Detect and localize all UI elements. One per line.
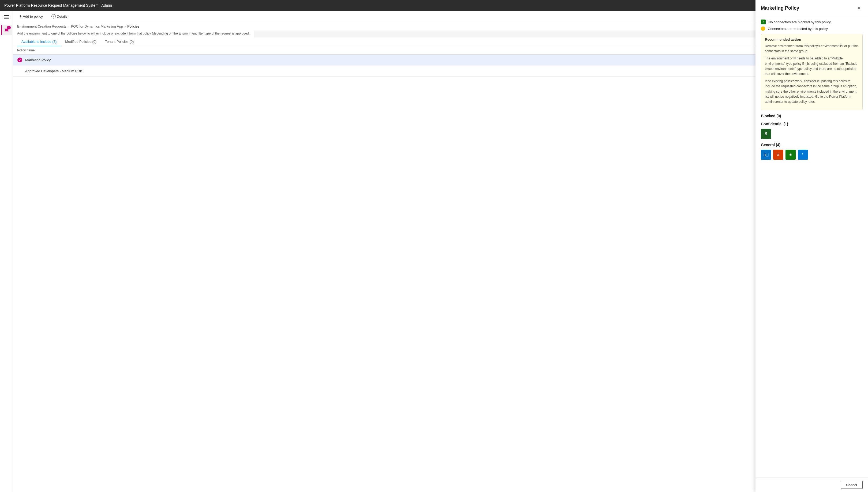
table-row[interactable]: Approved Developers - Medium Risk Multip… bbox=[13, 66, 868, 77]
svg-text:O: O bbox=[765, 154, 767, 156]
top-bar: Power Platform Resource Request Manageme… bbox=[0, 0, 868, 11]
toolbar: + Add to policy i Details bbox=[13, 11, 868, 22]
confidential-icons: $ bbox=[761, 129, 863, 139]
breadcrumb-item-2[interactable]: POC for Dynamics Marketing App bbox=[71, 24, 123, 28]
tabs-bar: Available to include (3) Modified Polici… bbox=[13, 38, 868, 46]
policy-table: Policy name Environment fil... Marketing… bbox=[13, 46, 868, 492]
col-header-name: Policy name bbox=[17, 48, 810, 52]
recommended-action-section: Recommended action Remove environment fr… bbox=[761, 34, 863, 110]
svg-text:*: * bbox=[802, 153, 803, 156]
tab-modified-label: Modified Policies (0) bbox=[65, 40, 96, 44]
panel-header: Marketing Policy × bbox=[755, 0, 868, 15]
tab-tenant-label: Tenant Policies (0) bbox=[105, 40, 134, 44]
app-title: Power Platform Resource Request Manageme… bbox=[4, 3, 112, 7]
status-row-2: Connectors are restricted by this policy… bbox=[761, 26, 863, 31]
add-to-policy-label: Add to policy bbox=[23, 15, 43, 19]
yellow-dot-icon bbox=[761, 26, 765, 31]
green-check-icon bbox=[761, 20, 766, 24]
office-connector-icon[interactable]: O bbox=[773, 150, 783, 160]
status-row-1: No connectors are blocked by this policy… bbox=[761, 20, 863, 24]
blocked-title: Blocked (0) bbox=[761, 114, 863, 118]
row-check-icon bbox=[17, 57, 23, 63]
panel-body: No connectors are blocked by this policy… bbox=[755, 15, 868, 477]
plus-icon: + bbox=[19, 14, 22, 19]
breadcrumb-sep-2: › bbox=[124, 24, 126, 28]
hamburger-menu[interactable] bbox=[2, 13, 11, 21]
cancel-button[interactable]: Cancel bbox=[841, 481, 863, 489]
recommended-para-1: Remove environment from this policy's en… bbox=[765, 44, 859, 54]
main-layout: 1 + Add to policy i Details Environment … bbox=[0, 11, 868, 492]
svg-text:O: O bbox=[777, 153, 779, 156]
recommended-title: Recommended action bbox=[765, 38, 859, 42]
panel-title: Marketing Policy bbox=[761, 5, 799, 11]
sidebar: 1 bbox=[0, 11, 13, 492]
blocked-section: Blocked (0) bbox=[761, 114, 863, 118]
tab-modified[interactable]: Modified Policies (0) bbox=[61, 38, 101, 46]
green-connector-icon[interactable] bbox=[785, 150, 796, 160]
blue-star-connector-icon[interactable]: * bbox=[798, 150, 808, 160]
breadcrumb-item-3: Policies bbox=[127, 24, 139, 28]
breadcrumb-sep-1: › bbox=[68, 24, 69, 28]
outlook-connector-icon[interactable]: O bbox=[761, 150, 771, 160]
table-row[interactable]: Marketing Policy Multiple enviro... bbox=[13, 55, 868, 66]
tab-tenant[interactable]: Tenant Policies (0) bbox=[101, 38, 138, 46]
recommended-para-3: If no existing policies work, consider i… bbox=[765, 79, 859, 104]
svg-point-9 bbox=[790, 154, 791, 155]
confidential-title: Confidential (1) bbox=[761, 122, 863, 126]
recommended-para-2: The environment only needs to be added t… bbox=[765, 56, 859, 77]
policy-name-cell: Approved Developers - Medium Risk bbox=[25, 69, 810, 73]
policy-name-cell: Marketing Policy bbox=[25, 58, 810, 62]
page-description: Add the environment to one of the polici… bbox=[13, 30, 254, 38]
row-empty-icon bbox=[17, 68, 23, 74]
status-text-1: No connectors are blocked by this policy… bbox=[768, 20, 831, 24]
tab-available[interactable]: Available to include (3) bbox=[17, 38, 61, 46]
status-text-2: Connectors are restricted by this policy… bbox=[768, 27, 829, 31]
general-title: General (4) bbox=[761, 143, 863, 147]
breadcrumb-item-1[interactable]: Environment Creation Requests bbox=[17, 24, 66, 28]
nav-badge: 1 bbox=[7, 26, 11, 29]
general-section: General (4) O O bbox=[761, 143, 863, 160]
content-area: + Add to policy i Details Environment Cr… bbox=[13, 11, 868, 492]
add-to-policy-button[interactable]: + Add to policy bbox=[17, 13, 45, 20]
tab-available-label: Available to include (3) bbox=[21, 40, 56, 44]
details-label: Details bbox=[57, 15, 68, 19]
scripting-connector-icon[interactable]: $ bbox=[761, 129, 771, 139]
confidential-section: Confidential (1) $ bbox=[761, 122, 863, 139]
info-icon: i bbox=[51, 14, 56, 19]
selected-indicator bbox=[17, 57, 22, 63]
panel-footer: Cancel bbox=[755, 477, 868, 492]
general-icons: O O bbox=[761, 150, 863, 160]
table-header: Policy name Environment fil... bbox=[13, 46, 868, 55]
details-button[interactable]: i Details bbox=[49, 13, 70, 20]
close-panel-button[interactable]: × bbox=[855, 4, 863, 12]
breadcrumb: Environment Creation Requests › POC for … bbox=[13, 22, 868, 30]
sidebar-nav-icon[interactable]: 1 bbox=[1, 25, 12, 35]
marketing-policy-panel: Marketing Policy × No connectors are blo… bbox=[755, 0, 868, 492]
